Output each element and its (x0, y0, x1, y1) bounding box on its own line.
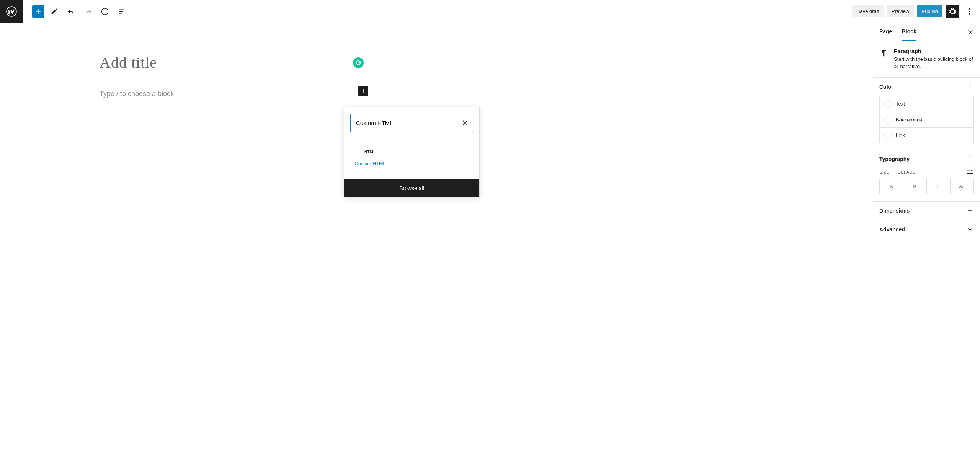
paragraph-icon (879, 48, 889, 70)
panel-color: Color Text Background Link (873, 78, 980, 150)
font-size-s[interactable]: S (880, 179, 903, 194)
grammarly-badge[interactable] (353, 57, 364, 68)
typography-size-labels: SIZE DEFAULT (879, 169, 918, 175)
undo-button[interactable] (64, 5, 78, 18)
settings-toggle-button[interactable] (946, 5, 959, 18)
preview-button[interactable]: Preview (887, 5, 914, 17)
wordpress-logo-button[interactable] (0, 0, 23, 23)
panel-advanced: Advanced (873, 220, 980, 239)
settings-sidebar: Page Block Paragraph Start with the basi… (873, 23, 980, 475)
close-sidebar-button[interactable] (967, 29, 974, 36)
font-size-l[interactable]: L (926, 179, 950, 194)
editor-content: Add title Type / to choose a block (100, 54, 375, 98)
panel-title: Advanced (879, 226, 905, 233)
custom-size-toggle[interactable] (966, 168, 974, 176)
font-size-xl[interactable]: XL (950, 179, 974, 194)
paragraph-block-placeholder[interactable]: Type / to choose a block (100, 90, 375, 98)
details-button[interactable] (98, 5, 112, 18)
block-info-panel: Paragraph Start with the basic building … (873, 41, 980, 78)
color-swatch (884, 116, 892, 124)
redo-button[interactable] (81, 5, 95, 18)
font-size-m[interactable]: M (903, 179, 927, 194)
svg-point-8 (970, 86, 971, 87)
inserter-search-wrap (344, 107, 479, 138)
svg-point-5 (969, 11, 970, 12)
main-area: Add title Type / to choose a block HTML … (0, 23, 980, 475)
svg-point-11 (970, 158, 971, 159)
font-size-buttons: S M L XL (879, 179, 974, 194)
html-block-icon: HTML (352, 145, 389, 159)
panel-title: Dimensions (879, 208, 910, 214)
block-info-text: Paragraph Start with the basic building … (894, 48, 974, 70)
tab-page[interactable]: Page (879, 23, 892, 41)
block-result-custom-html[interactable]: HTML Custom HTML (350, 142, 390, 169)
kebab-icon[interactable] (966, 155, 974, 163)
size-default-label: DEFAULT (898, 170, 918, 174)
toolbar-right: Save draft Preview Publish (852, 5, 980, 18)
plus-icon (966, 207, 974, 215)
color-rows: Text Background Link (873, 96, 980, 150)
editor-canvas: Add title Type / to choose a block (0, 23, 873, 475)
panel-header-typography[interactable]: Typography (873, 150, 980, 168)
panel-typography: Typography SIZE DEFAULT (873, 150, 980, 202)
color-row-label: Text (896, 101, 905, 107)
toolbar-left (23, 5, 129, 18)
color-row-text[interactable]: Text (879, 96, 974, 112)
inserter-search-field (350, 114, 473, 132)
block-search-input[interactable] (351, 120, 457, 126)
svg-rect-2 (105, 11, 105, 13)
panel-title: Typography (879, 156, 910, 162)
color-row-background[interactable]: Background (879, 112, 974, 128)
tools-button[interactable] (47, 5, 61, 18)
tab-block[interactable]: Block (902, 23, 916, 41)
block-info-description: Start with the basic building block of a… (894, 56, 974, 70)
color-swatch (884, 100, 892, 108)
panel-header-advanced[interactable]: Advanced (873, 220, 980, 239)
close-icon (462, 119, 469, 126)
outline-icon (118, 7, 126, 16)
undo-icon (67, 7, 75, 16)
color-row-link[interactable]: Link (879, 127, 974, 143)
inserter-results: HTML Custom HTML (344, 138, 479, 179)
grammarly-icon (355, 60, 361, 66)
svg-point-10 (970, 156, 971, 158)
publish-button[interactable]: Publish (917, 5, 942, 17)
wordpress-icon (6, 6, 17, 17)
typography-controls-row: SIZE DEFAULT (879, 168, 974, 176)
svg-point-12 (970, 161, 971, 162)
info-icon (101, 7, 109, 16)
browse-all-button[interactable]: Browse all (344, 179, 479, 197)
close-icon (967, 29, 974, 36)
svg-point-9 (970, 88, 971, 89)
chevron-down-icon (966, 226, 974, 233)
kebab-icon (965, 7, 973, 16)
color-row-label: Background (896, 117, 922, 122)
block-inserter-popover: HTML Custom HTML Browse all (344, 107, 480, 197)
block-inserter-toggle-button[interactable] (32, 5, 44, 18)
typography-body: SIZE DEFAULT S M L XL (873, 168, 980, 201)
list-view-button[interactable] (115, 5, 129, 18)
panel-header-dimensions[interactable]: Dimensions (873, 202, 980, 220)
svg-point-13 (971, 170, 972, 171)
gear-icon (948, 7, 957, 16)
pencil-icon (50, 7, 59, 16)
panel-title: Color (879, 84, 893, 90)
svg-point-7 (970, 84, 971, 85)
plus-icon (34, 8, 42, 15)
inline-block-inserter-button[interactable] (358, 86, 368, 96)
panel-header-color[interactable]: Color (873, 78, 980, 96)
sidebar-tabs: Page Block (873, 23, 980, 41)
post-title-input[interactable]: Add title (100, 54, 375, 72)
kebab-icon[interactable] (966, 83, 974, 91)
block-result-label: Custom HTML (352, 161, 389, 166)
color-swatch (884, 132, 892, 139)
block-info-title: Paragraph (894, 48, 974, 54)
save-draft-button[interactable]: Save draft (852, 5, 884, 17)
color-row-label: Link (896, 132, 905, 138)
sliders-icon (966, 168, 974, 176)
more-options-button[interactable] (962, 5, 976, 18)
svg-point-4 (969, 8, 970, 9)
svg-point-14 (969, 172, 970, 174)
clear-search-button[interactable] (457, 115, 473, 130)
plus-icon (360, 88, 367, 94)
